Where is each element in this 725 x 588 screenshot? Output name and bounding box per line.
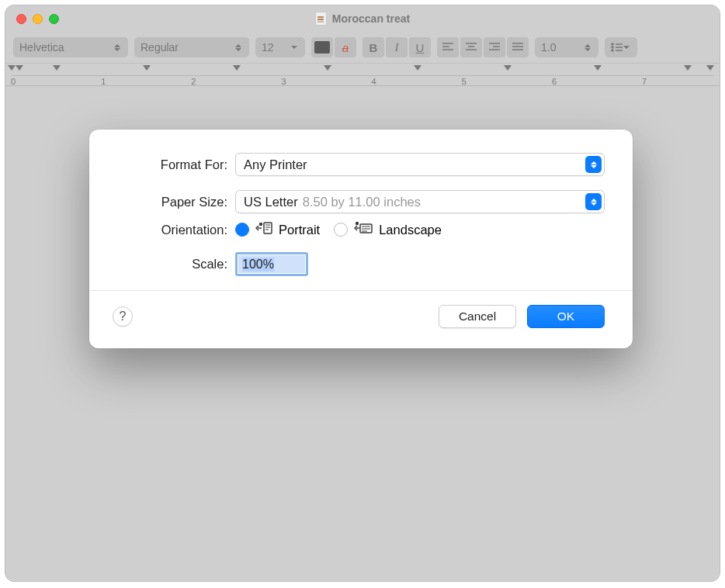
tab-stop-icon[interactable]: [324, 65, 331, 71]
italic-button[interactable]: I: [386, 37, 408, 57]
ruler-label: 0: [11, 77, 16, 86]
align-right-icon: [488, 43, 501, 52]
format-for-select[interactable]: Any Printer: [235, 153, 605, 176]
tab-stop-icon[interactable]: [53, 65, 61, 71]
chevron-up-down-icon: [113, 44, 122, 51]
tab-stop-icon[interactable]: [594, 65, 602, 71]
underline-button[interactable]: U: [409, 37, 431, 57]
tab-stop-icon[interactable]: [233, 65, 241, 71]
help-button[interactable]: ?: [113, 306, 133, 327]
list-style-select[interactable]: [605, 37, 637, 57]
list-icon: [611, 43, 623, 52]
tab-stop-icon[interactable]: [504, 65, 512, 71]
svg-point-21: [356, 222, 359, 225]
svg-point-14: [612, 47, 613, 48]
right-margin-marker-icon[interactable]: [706, 65, 714, 71]
paper-size-select[interactable]: US Letter8.50 by 11.00 inches: [235, 190, 605, 213]
highlight-icon: a: [342, 41, 349, 54]
text-color-button[interactable]: [311, 37, 333, 57]
popup-caret-icon: [585, 156, 602, 173]
svg-point-19: [259, 223, 262, 226]
font-size-select[interactable]: 12: [255, 37, 305, 57]
chevron-up-down-icon: [583, 44, 592, 51]
scale-label: Scale:: [113, 257, 235, 272]
window-title-text: Moroccan treat: [332, 12, 410, 25]
font-family-select[interactable]: Helvetica: [13, 37, 128, 57]
orientation-label: Orientation:: [113, 223, 235, 237]
chevron-down-icon: [623, 46, 631, 49]
align-left-button[interactable]: [437, 37, 459, 57]
indent-marker-icon[interactable]: [8, 65, 16, 71]
orientation-landscape-label: Landscape: [379, 223, 442, 237]
divider: [89, 290, 633, 291]
chevron-down-icon: [290, 46, 299, 49]
radio-button-icon: [334, 223, 348, 237]
format-for-label: Format For:: [113, 157, 235, 172]
indent-marker-icon[interactable]: [16, 65, 23, 71]
font-style-select[interactable]: Regular: [134, 37, 249, 57]
paper-size-label: Paper Size:: [113, 195, 235, 209]
align-justify-icon: [512, 43, 524, 52]
ruler-label: 7: [642, 77, 647, 86]
cancel-button[interactable]: Cancel: [439, 305, 516, 328]
format-for-value: Any Printer: [244, 157, 307, 172]
align-left-icon: [442, 43, 454, 52]
titlebar: Moroccan treat: [5, 5, 720, 32]
align-justify-button[interactable]: [507, 37, 529, 57]
orientation-portrait-label: Portrait: [279, 223, 320, 237]
ruler-label: 6: [552, 77, 557, 86]
line-spacing-select[interactable]: 1.0: [535, 37, 598, 57]
svg-rect-18: [264, 223, 272, 233]
popup-caret-icon: [585, 193, 602, 210]
ruler-label: 2: [191, 77, 196, 86]
color-swatch-icon: [314, 41, 330, 54]
bold-button[interactable]: B: [362, 37, 384, 57]
portrait-icon: [255, 221, 272, 238]
window-title: Moroccan treat: [5, 12, 720, 26]
ruler-label: 1: [101, 77, 106, 86]
ruler-label: 3: [281, 77, 286, 86]
radio-button-selected-icon: [235, 223, 249, 237]
page-setup-dialog: Format For: Any Printer Paper Size: US L…: [89, 130, 633, 348]
scale-input[interactable]: 100%: [235, 252, 308, 276]
align-center-button[interactable]: [460, 37, 482, 57]
svg-point-16: [612, 50, 613, 51]
highlight-color-button[interactable]: a: [335, 37, 356, 57]
align-center-icon: [465, 43, 477, 52]
tab-stop-icon[interactable]: [414, 65, 421, 71]
landscape-icon: [354, 221, 373, 238]
tab-stop-icon[interactable]: [143, 65, 151, 71]
ruler[interactable]: 01234567: [5, 63, 720, 86]
align-right-button[interactable]: [484, 37, 505, 57]
ruler-label: 5: [462, 77, 467, 86]
ruler-label: 4: [372, 77, 376, 86]
document-icon: [315, 12, 327, 26]
tab-stop-icon[interactable]: [684, 65, 692, 71]
formatting-toolbar: Helvetica Regular 12 a B I U: [5, 32, 720, 63]
svg-point-12: [612, 43, 613, 45]
paper-size-value: US Letter8.50 by 11.00 inches: [244, 195, 421, 209]
ok-button[interactable]: OK: [527, 305, 605, 328]
orientation-portrait-radio[interactable]: Portrait: [235, 221, 320, 238]
orientation-landscape-radio[interactable]: Landscape: [334, 221, 442, 238]
chevron-up-down-icon: [234, 44, 243, 51]
scale-value: 100%: [242, 258, 274, 272]
